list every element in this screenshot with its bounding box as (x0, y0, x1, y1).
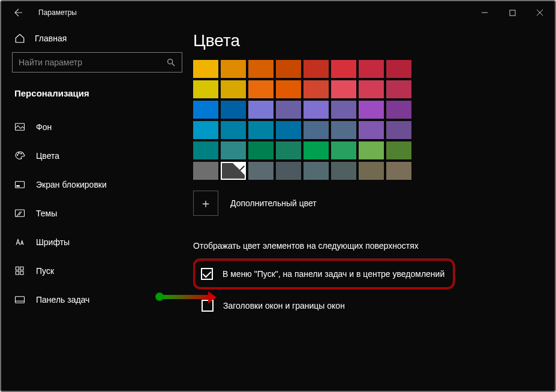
color-swatch[interactable] (193, 141, 218, 159)
color-swatch[interactable] (359, 101, 384, 119)
svg-rect-12 (16, 210, 25, 216)
add-color-button[interactable]: ＋ (193, 191, 218, 216)
svg-rect-1 (510, 10, 515, 16)
color-swatch[interactable] (248, 101, 274, 119)
color-swatch[interactable] (331, 121, 356, 139)
color-swatch[interactable] (331, 101, 356, 119)
svg-rect-10 (16, 182, 25, 188)
color-swatch[interactable] (303, 80, 329, 98)
color-swatch[interactable] (276, 141, 301, 159)
color-swatch[interactable] (193, 80, 218, 98)
color-swatch[interactable] (221, 101, 246, 119)
back-button[interactable] (10, 4, 26, 21)
svg-point-9 (21, 153, 22, 155)
settings-window: Параметры Главная Найти параметр Персона… (0, 0, 556, 392)
search-placeholder: Найти параметр (19, 58, 82, 67)
color-swatch[interactable] (386, 60, 411, 78)
nav-label: Фон (36, 122, 52, 132)
color-swatch[interactable] (303, 141, 329, 159)
nav-themes[interactable]: Темы (12, 200, 182, 227)
color-swatch[interactable] (303, 101, 329, 119)
close-button[interactable] (526, 4, 554, 22)
main-content: Цвета ＋ Дополнительный цвет Отображать ц… (193, 24, 555, 391)
checkbox-icon (201, 268, 213, 280)
color-swatch[interactable] (386, 141, 411, 159)
color-swatch[interactable] (221, 162, 246, 180)
nav-label: Пуск (36, 266, 54, 276)
svg-line-5 (172, 64, 175, 66)
title-bar: Параметры (1, 1, 555, 24)
search-icon (166, 58, 176, 67)
highlighted-option: В меню "Пуск", на панели задач и в центр… (193, 259, 455, 289)
color-swatch[interactable] (193, 162, 218, 180)
nav-home[interactable]: Главная (12, 28, 182, 52)
color-swatch[interactable] (303, 121, 329, 139)
sidebar: Главная Найти параметр Персонализация Фо… (1, 24, 193, 391)
color-swatch[interactable] (276, 121, 301, 139)
color-swatch[interactable] (331, 60, 356, 78)
svg-rect-13 (16, 267, 19, 270)
svg-point-4 (168, 59, 173, 64)
color-swatch[interactable] (276, 60, 301, 78)
color-swatch[interactable] (193, 60, 218, 78)
color-swatch[interactable] (276, 80, 301, 98)
nav-background[interactable]: Фон (12, 114, 182, 140)
add-color-label: Дополнительный цвет (230, 198, 317, 208)
nav-label: Цвета (36, 151, 59, 161)
color-swatch[interactable] (386, 162, 411, 180)
color-swatch[interactable] (221, 141, 246, 159)
svg-point-7 (17, 155, 19, 156)
color-swatch[interactable] (359, 121, 384, 139)
color-swatch[interactable] (359, 60, 384, 78)
color-swatch[interactable] (248, 141, 274, 159)
svg-rect-16 (20, 272, 23, 275)
nav-label: Шрифты (36, 237, 70, 247)
svg-point-8 (19, 153, 20, 154)
color-swatch[interactable] (359, 162, 384, 180)
color-swatch[interactable] (359, 141, 384, 159)
checkbox-start-taskbar[interactable]: В меню "Пуск", на панели задач и в центр… (201, 263, 444, 285)
annotation-arrow-head (208, 291, 217, 303)
svg-rect-17 (16, 297, 25, 303)
color-swatch[interactable] (386, 101, 411, 119)
color-swatch[interactable] (386, 80, 411, 98)
page-title: Цвета (193, 31, 531, 50)
color-swatch[interactable] (331, 141, 356, 159)
svg-rect-11 (17, 186, 20, 187)
nav-fonts[interactable]: Шрифты (12, 229, 182, 255)
nav-label: Панель задач (36, 295, 89, 304)
nav-home-label: Главная (35, 34, 67, 43)
color-swatch[interactable] (331, 162, 356, 180)
surfaces-heading: Отображать цвет элементов на следующих п… (193, 241, 531, 251)
color-swatch[interactable] (221, 121, 246, 139)
color-swatch[interactable] (276, 101, 301, 119)
checkbox-label: Заголовки окон и границы окон (223, 301, 345, 310)
search-input[interactable]: Найти параметр (12, 52, 182, 73)
svg-rect-14 (20, 267, 23, 270)
nav-colors[interactable]: Цвета (12, 143, 182, 169)
maximize-button[interactable] (498, 4, 526, 22)
nav-start[interactable]: Пуск (12, 258, 182, 284)
color-swatch[interactable] (248, 121, 274, 139)
color-swatch-grid (193, 60, 415, 180)
annotation-arrow (158, 295, 210, 299)
color-swatch[interactable] (359, 80, 384, 98)
color-swatch[interactable] (248, 162, 274, 180)
checkbox-titlebars[interactable]: Заголовки окон и границы окон (193, 295, 531, 316)
color-swatch[interactable] (248, 80, 274, 98)
section-heading: Персонализация (14, 88, 182, 98)
color-swatch[interactable] (276, 162, 301, 180)
color-swatch[interactable] (193, 121, 218, 139)
color-swatch[interactable] (303, 162, 329, 180)
color-swatch[interactable] (193, 101, 218, 119)
color-swatch[interactable] (221, 80, 246, 98)
color-swatch[interactable] (221, 60, 246, 78)
window-title: Параметры (38, 8, 77, 17)
color-swatch[interactable] (331, 80, 356, 98)
nav-label: Экран блокировки (36, 180, 107, 189)
color-swatch[interactable] (386, 121, 411, 139)
color-swatch[interactable] (248, 60, 274, 78)
color-swatch[interactable] (303, 60, 329, 78)
minimize-button[interactable] (471, 4, 498, 22)
nav-lockscreen[interactable]: Экран блокировки (12, 171, 182, 198)
